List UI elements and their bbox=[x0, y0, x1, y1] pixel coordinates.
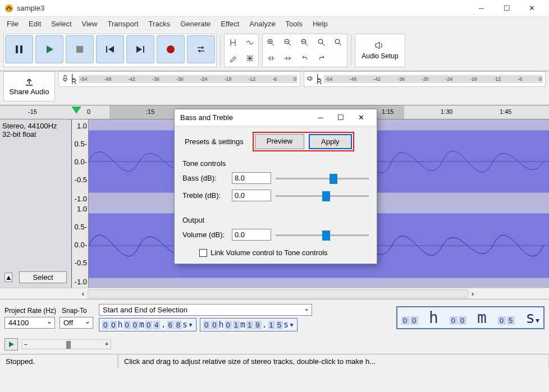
speaker-icon bbox=[306, 75, 314, 84]
main-toolbar: Audio Setup bbox=[0, 30, 549, 71]
svg-point-14 bbox=[335, 39, 340, 44]
stop-button[interactable] bbox=[66, 35, 94, 63]
share-audio-button[interactable]: Share Audio bbox=[3, 71, 55, 102]
volume-input[interactable] bbox=[232, 229, 271, 241]
menu-tracks[interactable]: Tracks bbox=[144, 19, 175, 29]
dialog-close-button[interactable]: ✕ bbox=[351, 113, 371, 122]
selection-toolbar: Project Rate (Hz) Snap-To 44100 Off Star… bbox=[0, 299, 549, 336]
window-minimize-button[interactable]: ─ bbox=[469, 0, 494, 17]
selection-start-field[interactable]: 00h00m04.68s▾ bbox=[99, 318, 196, 331]
playback-meter[interactable]: LR -54-48-42-36-30-24-18-12-60 bbox=[304, 71, 546, 87]
volume-slider[interactable] bbox=[276, 229, 369, 241]
svg-rect-2 bbox=[20, 45, 22, 53]
fit-selection-icon[interactable] bbox=[298, 35, 312, 50]
play-button[interactable] bbox=[35, 35, 63, 63]
menu-select[interactable]: Select bbox=[47, 19, 76, 29]
output-header: Output bbox=[182, 216, 369, 224]
ruler-tick: 1:30 bbox=[441, 108, 452, 115]
bass-slider[interactable] bbox=[276, 173, 369, 184]
bass-treble-dialog: Bass and Treble ─ ☐ ✕ Presets & settings… bbox=[174, 109, 377, 264]
snap-to-combo[interactable]: Off bbox=[60, 317, 93, 329]
scrollbar-track[interactable] bbox=[88, 289, 468, 298]
dialog-minimize-button[interactable]: ─ bbox=[310, 113, 331, 122]
menu-analyze[interactable]: Analyze bbox=[245, 19, 280, 29]
lr-label: LR bbox=[317, 74, 322, 84]
snap-to-label: Snap-To bbox=[62, 307, 87, 315]
selection-tool-icon[interactable] bbox=[226, 35, 240, 50]
menu-tools[interactable]: Tools bbox=[281, 19, 307, 29]
status-bar: Stopped. Click and drag to adjust relati… bbox=[0, 354, 549, 368]
preview-button[interactable]: Preview bbox=[255, 134, 304, 149]
scroll-left-icon[interactable]: ‹ bbox=[79, 289, 88, 298]
play-at-speed-button[interactable] bbox=[4, 338, 18, 351]
menu-help[interactable]: Help bbox=[308, 19, 332, 29]
selection-end-field[interactable]: 00h01m19.15s▾ bbox=[200, 318, 298, 331]
tools-toolbar bbox=[224, 34, 259, 67]
envelope-tool-icon[interactable] bbox=[243, 35, 257, 50]
pause-button[interactable] bbox=[5, 35, 33, 63]
trim-icon[interactable] bbox=[264, 51, 278, 66]
menu-edit[interactable]: Edit bbox=[24, 19, 45, 29]
dialog-maximize-button[interactable]: ☐ bbox=[331, 113, 351, 122]
link-volume-checkbox[interactable]: Link Volume control to Tone controls bbox=[182, 246, 369, 257]
presets-settings-button[interactable]: Presets & settings bbox=[180, 135, 248, 148]
window-maximize-button[interactable]: ☐ bbox=[494, 0, 519, 17]
bass-input[interactable] bbox=[232, 172, 271, 184]
multi-tool-icon[interactable] bbox=[243, 51, 257, 66]
selection-mode-combo[interactable]: Start and End of Selection bbox=[99, 304, 312, 316]
audio-position-field[interactable]: 00 h 00 m 05 s▾ bbox=[396, 306, 545, 329]
draw-tool-icon[interactable] bbox=[226, 51, 240, 66]
svg-marker-7 bbox=[136, 46, 142, 53]
zoom-out-icon[interactable] bbox=[281, 35, 295, 50]
zoom-toggle-icon[interactable] bbox=[331, 35, 346, 50]
playback-speed-slider[interactable]: – + bbox=[21, 339, 111, 349]
menu-file[interactable]: File bbox=[2, 19, 23, 29]
zoom-in-icon[interactable] bbox=[264, 35, 278, 50]
toolbar-separator bbox=[220, 35, 221, 66]
ruler-tick: -15 bbox=[28, 108, 37, 115]
dialog-titlebar[interactable]: Bass and Treble ─ ☐ ✕ bbox=[175, 109, 377, 126]
audio-setup-button[interactable]: Audio Setup bbox=[355, 34, 405, 67]
recording-meter-scale: -54-48-42-36-30-24-18-12-60 bbox=[79, 75, 298, 83]
track-control-panel[interactable]: Stereo, 44100Hz 32-bit float ▲ Select bbox=[0, 119, 72, 288]
track-format-line1: Stereo, 44100Hz bbox=[2, 122, 69, 130]
silence-icon[interactable] bbox=[281, 51, 295, 66]
toolbar-separator bbox=[351, 35, 351, 66]
menu-generate[interactable]: Generate bbox=[176, 19, 215, 29]
menu-transport[interactable]: Transport bbox=[103, 19, 143, 29]
fit-project-icon[interactable] bbox=[314, 35, 329, 50]
project-rate-combo[interactable]: 44100 bbox=[4, 317, 55, 329]
app-logo-icon bbox=[4, 4, 13, 13]
svg-marker-6 bbox=[108, 46, 114, 53]
svg-point-13 bbox=[318, 39, 323, 44]
svg-rect-4 bbox=[76, 46, 83, 53]
scroll-right-icon[interactable]: › bbox=[468, 289, 477, 298]
treble-slider[interactable] bbox=[276, 190, 369, 201]
svg-marker-21 bbox=[9, 342, 14, 347]
skip-end-button[interactable] bbox=[126, 35, 154, 63]
ruler-tick: :15 bbox=[146, 108, 154, 115]
horizontal-scrollbar[interactable]: ‹ › bbox=[0, 288, 549, 299]
bass-label: Bass (dB): bbox=[182, 174, 227, 182]
undo-icon[interactable] bbox=[298, 51, 312, 66]
track-format-line2: 32-bit float bbox=[2, 130, 69, 139]
svg-rect-15 bbox=[64, 75, 66, 79]
playhead-icon[interactable] bbox=[72, 107, 81, 114]
status-message: Click and drag to adjust relative size o… bbox=[118, 354, 549, 368]
menu-bar: File Edit Select View Transport Tracks G… bbox=[0, 17, 549, 30]
window-title: sample3 bbox=[17, 4, 469, 12]
record-button[interactable] bbox=[157, 35, 185, 63]
apply-button[interactable]: Apply bbox=[309, 134, 352, 149]
treble-input[interactable] bbox=[232, 190, 271, 201]
menu-effect[interactable]: Effect bbox=[216, 19, 244, 29]
redo-icon[interactable] bbox=[314, 51, 329, 66]
skip-start-button[interactable] bbox=[96, 35, 124, 63]
track-select-button[interactable]: Select bbox=[19, 271, 67, 283]
svg-marker-3 bbox=[47, 45, 53, 53]
meter-row: Share Audio LR -54-48-42-36-30-24-18-12-… bbox=[0, 71, 549, 105]
track-collapse-button[interactable]: ▲ bbox=[4, 273, 12, 282]
window-close-button[interactable]: ✕ bbox=[519, 0, 545, 17]
recording-meter[interactable]: LR -54-48-42-36-30-24-18-12-60 bbox=[58, 71, 300, 87]
loop-button[interactable] bbox=[187, 35, 215, 63]
menu-view[interactable]: View bbox=[77, 19, 102, 29]
